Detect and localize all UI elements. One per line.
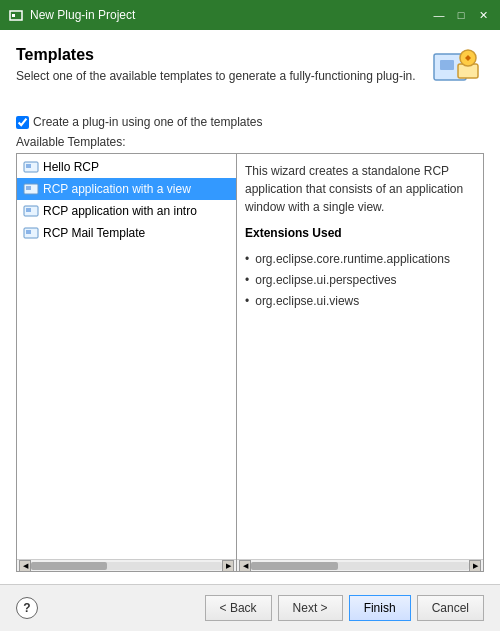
extension-label: org.eclipse.ui.views [255, 292, 359, 310]
template-item-icon [23, 181, 39, 197]
svg-rect-0 [10, 11, 22, 20]
help-button[interactable]: ? [16, 597, 38, 619]
window-title: New Plug-in Project [30, 8, 430, 22]
bullet-icon: • [245, 292, 249, 310]
section-title: Templates [16, 46, 416, 64]
scroll-left-arrow[interactable]: ◀ [19, 560, 31, 572]
extension-label: org.eclipse.ui.perspectives [255, 271, 396, 289]
extensions-title: Extensions Used [245, 224, 475, 242]
svg-rect-9 [26, 186, 31, 190]
template-item-icon [23, 159, 39, 175]
template-desc-panel: This wizard creates a standalone RCP app… [237, 154, 483, 571]
scrollbar-track [31, 562, 222, 570]
svg-rect-13 [26, 230, 31, 234]
bottom-bar: ? < Back Next > Finish Cancel [0, 584, 500, 631]
finish-button[interactable]: Finish [349, 595, 411, 621]
scrollbar-thumb [251, 562, 338, 570]
dialog-content: Templates Select one of the available te… [0, 30, 500, 584]
bullet-icon: • [245, 271, 249, 289]
template-item-hello-rcp[interactable]: Hello RCP [17, 156, 236, 178]
svg-rect-1 [12, 14, 15, 17]
extension-label: org.eclipse.core.runtime.applications [255, 250, 450, 268]
template-item-label: RCP application with an intro [43, 204, 197, 218]
window-icon [8, 7, 24, 23]
extension-item-0: • org.eclipse.core.runtime.applications [245, 250, 475, 268]
section-description: Select one of the available templates to… [16, 68, 416, 85]
template-list-panel: Hello RCP RCP application with a view [17, 154, 237, 571]
close-button[interactable]: ✕ [474, 6, 492, 24]
template-desc-text: This wizard creates a standalone RCP app… [245, 162, 475, 216]
svg-rect-7 [26, 164, 31, 168]
template-desc-horizontal-scrollbar: ◀ ▶ [237, 559, 483, 571]
scroll-right-arrow[interactable]: ▶ [222, 560, 234, 572]
scroll-right-arrow[interactable]: ▶ [469, 560, 481, 572]
template-desc-content: This wizard creates a standalone RCP app… [237, 154, 483, 559]
bullet-icon: • [245, 250, 249, 268]
dialog-header: Templates Select one of the available te… [16, 46, 484, 99]
template-item-icon [23, 203, 39, 219]
template-item-label: RCP Mail Template [43, 226, 145, 240]
template-item-rcp-view[interactable]: RCP application with a view [17, 178, 236, 200]
extension-item-2: • org.eclipse.ui.views [245, 292, 475, 310]
templates-area: Hello RCP RCP application with a view [16, 153, 484, 572]
template-item-label: RCP application with a view [43, 182, 191, 196]
minimize-button[interactable]: — [430, 6, 448, 24]
template-item-rcp-intro[interactable]: RCP application with an intro [17, 200, 236, 222]
template-item-icon [23, 225, 39, 241]
scrollbar-track [251, 562, 469, 570]
create-plugin-checkbox-label[interactable]: Create a plug-in using one of the templa… [33, 115, 262, 129]
title-bar: New Plug-in Project — □ ✕ [0, 0, 500, 30]
template-list: Hello RCP RCP application with a view [17, 154, 236, 559]
plugin-icon [432, 46, 484, 95]
create-plugin-checkbox[interactable] [16, 116, 29, 129]
maximize-button[interactable]: □ [452, 6, 470, 24]
template-list-horizontal-scrollbar: ◀ ▶ [17, 559, 236, 571]
svg-rect-3 [440, 60, 454, 70]
available-templates-label: Available Templates: [16, 135, 484, 149]
scroll-left-arrow[interactable]: ◀ [239, 560, 251, 572]
template-item-label: Hello RCP [43, 160, 99, 174]
template-item-rcp-mail[interactable]: RCP Mail Template [17, 222, 236, 244]
svg-rect-11 [26, 208, 31, 212]
extension-item-1: • org.eclipse.ui.perspectives [245, 271, 475, 289]
scrollbar-thumb [31, 562, 107, 570]
back-button[interactable]: < Back [205, 595, 272, 621]
create-plugin-checkbox-row: Create a plug-in using one of the templa… [16, 115, 484, 129]
cancel-button[interactable]: Cancel [417, 595, 484, 621]
window-controls: — □ ✕ [430, 6, 492, 24]
next-button[interactable]: Next > [278, 595, 343, 621]
